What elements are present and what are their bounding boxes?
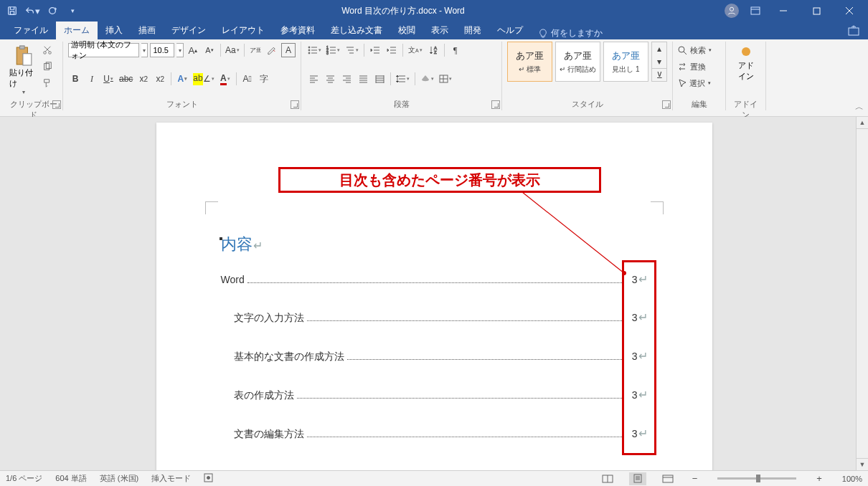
zoom-out-button[interactable]: − [689,473,701,484]
zoom-slider[interactable] [717,477,796,480]
share-button[interactable] [839,22,868,39]
clear-formatting-icon[interactable] [265,43,279,57]
styles-launcher-icon[interactable] [662,100,671,109]
select-button[interactable]: 選択▾ [678,76,720,90]
status-words[interactable]: 604 単語 [55,473,86,484]
paragraph-launcher-icon[interactable] [491,100,500,109]
styles-label: スタイル [507,99,667,110]
find-button[interactable]: 検索▾ [678,43,720,57]
tab-design[interactable]: デザイン [164,22,214,39]
tab-developer[interactable]: 開発 [456,22,489,39]
highlight-icon[interactable]: ab∠▾ [192,72,215,86]
status-page[interactable]: 1/6 ページ [6,473,42,484]
numbering-icon[interactable]: 123▾ [325,43,341,57]
style-heading1[interactable]: あア亜見出し 1 [603,42,648,82]
italic-button[interactable]: I [85,72,99,86]
char-shading-icon[interactable]: A⃝ [240,72,255,86]
font-size-select[interactable]: 10.5 [150,43,174,57]
font-family-dd[interactable]: ▾ [141,43,148,57]
style-no-spacing[interactable]: あア亜↵ 行間詰め [555,42,600,82]
text-effects-icon[interactable]: A▾ [175,72,189,86]
page[interactable]: 目次も含めたページ番号が表示 内容↵ Word3↵ 文字の入力方法3↵ 基本的な… [156,123,712,470]
minimize-button[interactable] [768,1,799,21]
maximize-button[interactable] [801,1,832,21]
web-layout-icon[interactable] [659,472,676,485]
cut-icon[interactable] [40,43,55,57]
font-family-select[interactable]: 游明朝 (本文のフォン [68,43,139,57]
zoom-level[interactable]: 100% [842,475,862,483]
tab-insert[interactable]: 挿入 [98,22,131,39]
tab-home[interactable]: ホーム [56,22,98,39]
collapse-ribbon-icon[interactable]: ︿ [855,101,864,113]
close-button[interactable] [834,1,865,21]
status-insert-mode[interactable]: 挿入モード [151,473,191,484]
font-launcher-icon[interactable] [291,100,299,109]
macro-record-icon[interactable] [204,473,213,484]
tab-layout[interactable]: レイアウト [214,22,273,39]
strikethrough-button[interactable]: abc [118,72,134,86]
paste-button[interactable]: 貼り付け ▾ [9,42,38,96]
shading-icon[interactable]: ▾ [419,72,435,86]
decrease-indent-icon[interactable] [368,43,382,57]
font-size-dd[interactable]: ▾ [176,43,183,57]
align-right-icon[interactable] [339,72,354,86]
styles-row-up-icon[interactable]: ▴ [652,42,666,55]
replace-button[interactable]: 置換 [678,59,720,74]
bullets-icon[interactable]: ▾ [306,43,323,57]
tab-mailings[interactable]: 差し込み文書 [323,22,390,39]
tell-me[interactable]: 何をしますか [538,27,603,39]
ribbon-display-options-icon[interactable] [745,1,766,21]
superscript-button[interactable]: x2 [153,72,167,86]
style-normal[interactable]: あア亜↵ 標準 [507,42,552,82]
copy-icon[interactable] [40,59,55,74]
svg-rect-9 [23,54,32,65]
grow-font-icon[interactable]: A▴ [186,43,200,57]
svg-point-15 [308,49,310,51]
format-painter-icon[interactable] [40,76,55,90]
font-color-icon[interactable]: A▾ [218,72,232,86]
subscript-button[interactable]: x2 [136,72,151,86]
document-body[interactable]: 内容↵ Word3↵ 文字の入力方法3↵ 基本的な文書の作成方法3↵ 表の作成方… [221,234,648,465]
line-spacing-icon[interactable]: ▾ [395,72,411,86]
save-icon[interactable] [3,1,22,20]
justify-icon[interactable] [356,72,370,86]
clipboard-launcher-icon[interactable] [52,100,61,109]
print-layout-icon[interactable] [629,472,646,485]
tab-view[interactable]: 表示 [423,22,456,39]
tab-file[interactable]: ファイル [6,22,56,39]
annotation-callout: 目次も含めたページ番号が表示 [278,167,601,193]
zoom-in-button[interactable]: + [813,473,825,484]
read-mode-icon[interactable] [599,472,616,485]
align-left-icon[interactable] [306,72,321,86]
styles-row-down-icon[interactable]: ▾ [652,55,666,68]
phonetic-guide-icon[interactable]: ア亜 [248,43,263,57]
tab-help[interactable]: ヘルプ [489,22,531,39]
user-avatar-icon[interactable] [725,4,739,18]
borders-icon[interactable]: ▾ [438,72,453,86]
undo-icon[interactable]: ▾ [23,1,42,20]
scroll-up-icon[interactable]: ▲ [857,117,868,129]
tab-review[interactable]: 校閲 [390,22,423,39]
status-language[interactable]: 英語 (米国) [100,473,138,484]
char-border-icon[interactable]: A [281,43,296,57]
sort-icon[interactable]: AZ [426,43,440,57]
show-marks-icon[interactable]: ¶ [448,43,463,57]
styles-gallery-more-icon[interactable]: ⊻ [652,68,666,81]
align-center-icon[interactable] [323,72,337,86]
qat-customize-icon[interactable]: ▾ [63,1,82,20]
redo-icon[interactable] [43,1,62,20]
multilevel-list-icon[interactable]: ▾ [344,43,360,57]
tab-references[interactable]: 参考資料 [273,22,323,39]
bold-button[interactable]: B [68,72,82,86]
tab-draw[interactable]: 描画 [131,22,164,39]
underline-button[interactable]: U▾ [101,72,115,86]
enclose-char-icon[interactable]: 字 [257,72,271,86]
increase-indent-icon[interactable] [385,43,399,57]
change-case-icon[interactable]: Aa▾ [225,43,240,57]
distributed-icon[interactable] [372,72,387,86]
shrink-font-icon[interactable]: A▾ [202,43,217,57]
scroll-down-icon[interactable]: ▼ [857,458,868,470]
addins-button[interactable]: アド イン [731,42,760,82]
vertical-scrollbar[interactable]: ▲ ▼ [856,117,868,470]
text-direction-icon[interactable]: 文A▾ [407,43,424,57]
